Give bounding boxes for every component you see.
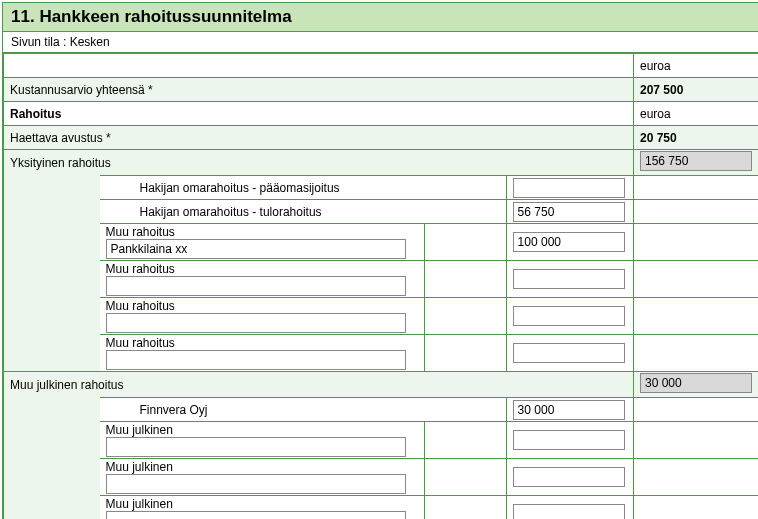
private-financing-total: 156 750 (640, 151, 752, 171)
other-financing-desc-1[interactable] (106, 239, 406, 259)
equity-value-input[interactable] (513, 178, 625, 198)
funding-table: euroa Kustannusarvio yhteensä * 207 500 … (3, 53, 758, 519)
public-other-desc-2[interactable] (106, 474, 406, 494)
income-label: Hakijan omarahoitus - tulorahoitus (100, 200, 507, 224)
finnvera-value-input[interactable] (513, 400, 625, 420)
other-financing-value-1[interactable] (513, 232, 625, 252)
private-financing-label: Yksityinen rahoitus (4, 150, 634, 176)
other-financing-value-4[interactable] (513, 343, 625, 363)
other-financing-value-3[interactable] (513, 306, 625, 326)
other-financing-desc-2[interactable] (106, 276, 406, 296)
grant-label: Haettava avustus * (4, 126, 634, 150)
financing-unit: euroa (634, 102, 759, 126)
income-value-input[interactable] (513, 202, 625, 222)
public-other-value-3[interactable] (513, 504, 625, 519)
funding-form: 11. Hankkeen rahoitussuunnitelma Sivun t… (2, 2, 758, 519)
finnvera-label: Finnvera Oyj (100, 398, 507, 422)
public-other-label-3: Muu julkinen (106, 497, 173, 511)
grant-value: 20 750 (634, 126, 759, 150)
other-financing-label-1: Muu rahoitus (106, 225, 175, 239)
other-financing-label-3: Muu rahoitus (106, 299, 175, 313)
other-financing-desc-4[interactable] (106, 350, 406, 370)
other-financing-label-2: Muu rahoitus (106, 262, 175, 276)
public-other-label-2: Muu julkinen (106, 460, 173, 474)
public-other-label-1: Muu julkinen (106, 423, 173, 437)
section-title: 11. Hankkeen rahoitussuunnitelma (3, 3, 758, 32)
public-other-value-1[interactable] (513, 430, 625, 450)
section-number: 11. (11, 7, 35, 26)
currency-header: euroa (634, 54, 759, 78)
cost-estimate-value: 207 500 (634, 78, 759, 102)
public-other-desc-1[interactable] (106, 437, 406, 457)
cost-estimate-label: Kustannusarvio yhteensä * (4, 78, 634, 102)
public-financing-total: 30 000 (640, 373, 752, 393)
financing-label: Rahoitus (4, 102, 634, 126)
page-status: Sivun tila : Kesken (3, 32, 758, 53)
other-financing-label-4: Muu rahoitus (106, 336, 175, 350)
other-financing-value-2[interactable] (513, 269, 625, 289)
section-title-text: Hankkeen rahoitussuunnitelma (39, 7, 291, 26)
public-financing-label: Muu julkinen rahoitus (4, 372, 634, 398)
other-financing-desc-3[interactable] (106, 313, 406, 333)
equity-label: Hakijan omarahoitus - pääomasijoitus (100, 176, 507, 200)
public-other-value-2[interactable] (513, 467, 625, 487)
public-other-desc-3[interactable] (106, 511, 406, 519)
